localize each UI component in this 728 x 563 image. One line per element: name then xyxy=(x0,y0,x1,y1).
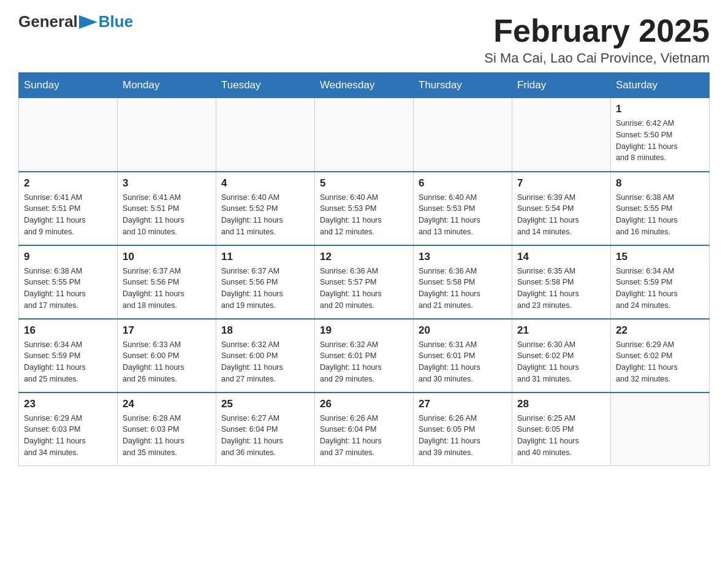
day-number: 23 xyxy=(24,398,112,410)
day-number: 19 xyxy=(320,324,408,337)
day-of-week-header: Thursday xyxy=(414,73,512,98)
day-info: Sunrise: 6:32 AMSunset: 6:01 PMDaylight:… xyxy=(320,339,408,385)
calendar-day-cell xyxy=(611,393,710,466)
calendar-day-cell: 3Sunrise: 6:41 AMSunset: 5:51 PMDaylight… xyxy=(118,172,216,245)
day-number: 12 xyxy=(320,251,408,263)
day-number: 13 xyxy=(419,251,507,263)
day-info: Sunrise: 6:29 AMSunset: 6:03 PMDaylight:… xyxy=(24,413,112,459)
calendar-day-cell: 8Sunrise: 6:38 AMSunset: 5:55 PMDaylight… xyxy=(611,172,710,245)
calendar-day-cell: 22Sunrise: 6:29 AMSunset: 6:02 PMDayligh… xyxy=(611,319,710,393)
day-of-week-header: Sunday xyxy=(19,73,118,98)
day-number: 22 xyxy=(616,324,704,337)
calendar-day-cell: 19Sunrise: 6:32 AMSunset: 6:01 PMDayligh… xyxy=(315,319,414,393)
day-info: Sunrise: 6:29 AMSunset: 6:02 PMDaylight:… xyxy=(616,339,704,385)
calendar-week-row: 9Sunrise: 6:38 AMSunset: 5:55 PMDaylight… xyxy=(19,245,710,319)
calendar-week-row: 23Sunrise: 6:29 AMSunset: 6:03 PMDayligh… xyxy=(19,393,710,466)
calendar-day-cell: 20Sunrise: 6:31 AMSunset: 6:01 PMDayligh… xyxy=(414,319,512,393)
day-number: 10 xyxy=(123,251,211,263)
day-number: 5 xyxy=(320,177,408,190)
calendar-day-cell xyxy=(118,98,216,172)
calendar-day-cell xyxy=(315,98,414,172)
calendar-day-cell: 28Sunrise: 6:25 AMSunset: 6:05 PMDayligh… xyxy=(512,393,611,466)
day-number: 26 xyxy=(320,398,408,410)
day-of-week-header: Saturday xyxy=(611,73,710,98)
day-info: Sunrise: 6:33 AMSunset: 6:00 PMDaylight:… xyxy=(123,339,211,385)
day-info: Sunrise: 6:37 AMSunset: 5:56 PMDaylight:… xyxy=(123,266,211,312)
day-info: Sunrise: 6:37 AMSunset: 5:56 PMDaylight:… xyxy=(221,266,309,312)
day-number: 24 xyxy=(123,398,211,410)
day-number: 3 xyxy=(123,177,211,190)
day-info: Sunrise: 6:39 AMSunset: 5:54 PMDaylight:… xyxy=(517,192,605,238)
day-info: Sunrise: 6:38 AMSunset: 5:55 PMDaylight:… xyxy=(616,192,704,238)
logo-general-text: General xyxy=(18,12,78,31)
logo: General Blue xyxy=(18,12,133,31)
calendar-day-cell: 1Sunrise: 6:42 AMSunset: 5:50 PMDaylight… xyxy=(611,98,710,172)
day-number: 27 xyxy=(419,398,507,410)
day-number: 28 xyxy=(517,398,605,410)
calendar-day-cell: 21Sunrise: 6:30 AMSunset: 6:02 PMDayligh… xyxy=(512,319,611,393)
day-number: 25 xyxy=(221,398,309,410)
calendar-day-cell: 18Sunrise: 6:32 AMSunset: 6:00 PMDayligh… xyxy=(216,319,315,393)
calendar-day-cell: 11Sunrise: 6:37 AMSunset: 5:56 PMDayligh… xyxy=(216,245,315,319)
day-number: 14 xyxy=(517,251,605,263)
calendar-day-cell: 10Sunrise: 6:37 AMSunset: 5:56 PMDayligh… xyxy=(118,245,216,319)
day-info: Sunrise: 6:38 AMSunset: 5:55 PMDaylight:… xyxy=(24,266,112,312)
calendar-table: SundayMondayTuesdayWednesdayThursdayFrid… xyxy=(18,72,710,466)
day-info: Sunrise: 6:31 AMSunset: 6:01 PMDaylight:… xyxy=(419,339,507,385)
month-title: February 2025 xyxy=(484,12,710,49)
calendar-week-row: 2Sunrise: 6:41 AMSunset: 5:51 PMDaylight… xyxy=(19,172,710,245)
day-info: Sunrise: 6:36 AMSunset: 5:58 PMDaylight:… xyxy=(419,266,507,312)
page-header: General Blue February 2025 Si Ma Cai, La… xyxy=(18,12,710,66)
calendar-week-row: 1Sunrise: 6:42 AMSunset: 5:50 PMDaylight… xyxy=(19,98,710,172)
day-info: Sunrise: 6:25 AMSunset: 6:05 PMDaylight:… xyxy=(517,413,605,459)
day-number: 16 xyxy=(24,324,112,337)
day-info: Sunrise: 6:42 AMSunset: 5:50 PMDaylight:… xyxy=(616,118,704,164)
calendar-day-cell: 4Sunrise: 6:40 AMSunset: 5:52 PMDaylight… xyxy=(216,172,315,245)
calendar-day-cell: 2Sunrise: 6:41 AMSunset: 5:51 PMDaylight… xyxy=(19,172,118,245)
day-info: Sunrise: 6:26 AMSunset: 6:04 PMDaylight:… xyxy=(320,413,408,459)
day-info: Sunrise: 6:41 AMSunset: 5:51 PMDaylight:… xyxy=(123,192,211,238)
day-of-week-header: Friday xyxy=(512,73,611,98)
day-number: 21 xyxy=(517,324,605,337)
day-info: Sunrise: 6:28 AMSunset: 6:03 PMDaylight:… xyxy=(123,413,211,459)
calendar-day-cell: 24Sunrise: 6:28 AMSunset: 6:03 PMDayligh… xyxy=(118,393,216,466)
calendar-day-cell: 26Sunrise: 6:26 AMSunset: 6:04 PMDayligh… xyxy=(315,393,414,466)
day-number: 7 xyxy=(517,177,605,190)
day-info: Sunrise: 6:36 AMSunset: 5:57 PMDaylight:… xyxy=(320,266,408,312)
day-info: Sunrise: 6:32 AMSunset: 6:00 PMDaylight:… xyxy=(221,339,309,385)
calendar-day-cell: 5Sunrise: 6:40 AMSunset: 5:53 PMDaylight… xyxy=(315,172,414,245)
svg-marker-0 xyxy=(79,15,97,29)
day-of-week-header: Tuesday xyxy=(216,73,315,98)
calendar-day-cell xyxy=(19,98,118,172)
day-number: 20 xyxy=(419,324,507,337)
calendar-day-cell: 25Sunrise: 6:27 AMSunset: 6:04 PMDayligh… xyxy=(216,393,315,466)
day-number: 9 xyxy=(24,251,112,263)
day-info: Sunrise: 6:35 AMSunset: 5:58 PMDaylight:… xyxy=(517,266,605,312)
location-subtitle: Si Ma Cai, Lao Cai Province, Vietnam xyxy=(484,50,710,66)
calendar-day-cell xyxy=(414,98,512,172)
day-number: 4 xyxy=(221,177,309,190)
title-section: February 2025 Si Ma Cai, Lao Cai Provinc… xyxy=(484,12,710,66)
logo-flag-icon xyxy=(79,15,97,29)
calendar-day-cell: 7Sunrise: 6:39 AMSunset: 5:54 PMDaylight… xyxy=(512,172,611,245)
calendar-day-cell: 13Sunrise: 6:36 AMSunset: 5:58 PMDayligh… xyxy=(414,245,512,319)
day-info: Sunrise: 6:34 AMSunset: 5:59 PMDaylight:… xyxy=(616,266,704,312)
day-info: Sunrise: 6:40 AMSunset: 5:53 PMDaylight:… xyxy=(320,192,408,238)
calendar-day-cell: 23Sunrise: 6:29 AMSunset: 6:03 PMDayligh… xyxy=(19,393,118,466)
calendar-day-cell: 15Sunrise: 6:34 AMSunset: 5:59 PMDayligh… xyxy=(611,245,710,319)
day-number: 11 xyxy=(221,251,309,263)
day-info: Sunrise: 6:34 AMSunset: 5:59 PMDaylight:… xyxy=(24,339,112,385)
calendar-day-cell xyxy=(216,98,315,172)
day-number: 17 xyxy=(123,324,211,337)
day-number: 15 xyxy=(616,251,704,263)
calendar-day-cell: 6Sunrise: 6:40 AMSunset: 5:53 PMDaylight… xyxy=(414,172,512,245)
calendar-day-cell: 9Sunrise: 6:38 AMSunset: 5:55 PMDaylight… xyxy=(19,245,118,319)
logo-blue-text: Blue xyxy=(99,12,133,31)
day-info: Sunrise: 6:27 AMSunset: 6:04 PMDaylight:… xyxy=(221,413,309,459)
calendar-day-cell: 27Sunrise: 6:26 AMSunset: 6:05 PMDayligh… xyxy=(414,393,512,466)
day-info: Sunrise: 6:41 AMSunset: 5:51 PMDaylight:… xyxy=(24,192,112,238)
day-number: 18 xyxy=(221,324,309,337)
day-of-week-header: Wednesday xyxy=(315,73,414,98)
calendar-header-row: SundayMondayTuesdayWednesdayThursdayFrid… xyxy=(19,73,710,98)
day-number: 8 xyxy=(616,177,704,190)
